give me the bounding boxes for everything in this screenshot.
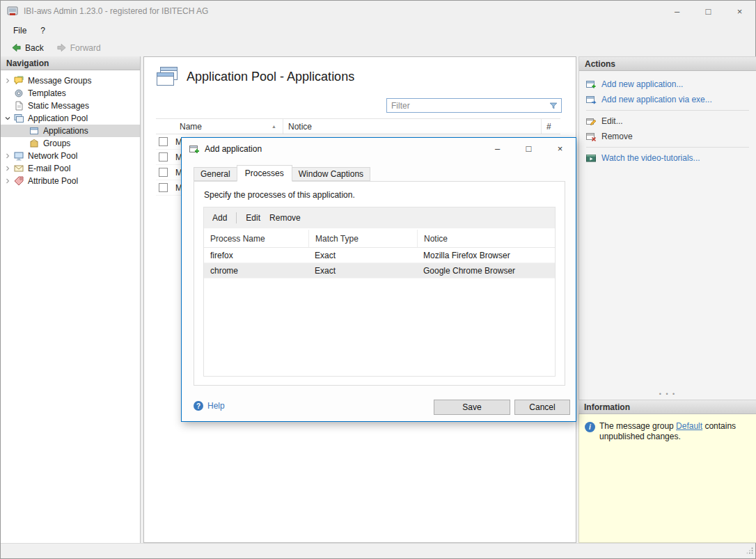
column-header-name[interactable]: Name ▲ xyxy=(175,119,283,134)
tree-item-application-pool[interactable]: Application Pool xyxy=(1,112,140,125)
close-button[interactable]: × xyxy=(724,1,755,22)
sort-ascending-icon: ▲ xyxy=(271,124,276,129)
filter-field xyxy=(386,98,562,113)
process-add-button[interactable]: Add xyxy=(212,213,227,223)
tree-item-templates[interactable]: Templates xyxy=(1,87,140,100)
static-messages-icon xyxy=(13,100,24,111)
actions-separator xyxy=(586,110,749,111)
dialog-controls: – □ × xyxy=(482,138,576,159)
info-text-before: The message group xyxy=(599,421,676,431)
column-header-match-type[interactable]: Match Type xyxy=(308,230,417,247)
tree-item-applications[interactable]: Applications xyxy=(1,125,140,137)
applications-page-icon xyxy=(155,66,179,87)
tree-label: Message Groups xyxy=(28,76,91,86)
status-bar xyxy=(1,543,755,558)
back-label: Back xyxy=(25,43,44,53)
action-label: Remove xyxy=(601,132,633,141)
action-add-application-via-exe[interactable]: Add new application via exe... xyxy=(579,92,756,107)
add-application-exe-icon xyxy=(585,94,597,105)
header-checkbox-column xyxy=(156,119,175,134)
tree-label: Applications xyxy=(43,126,88,136)
window-title: IBI-aws Admin 1.23.0 - registered for IB… xyxy=(24,6,208,16)
information-message: The message group Default contains unpub… xyxy=(599,421,744,442)
action-add-new-application[interactable]: Add new application... xyxy=(579,77,756,92)
applications-table-header: Name ▲ Notice # xyxy=(156,118,560,134)
tree-item-groups[interactable]: Groups xyxy=(1,137,140,150)
row-checkbox[interactable] xyxy=(159,137,168,146)
process-remove-button[interactable]: Remove xyxy=(269,213,301,223)
resize-grip-icon[interactable] xyxy=(746,546,753,556)
tree-label: Application Pool xyxy=(28,113,88,123)
tree-item-email-pool[interactable]: E-mail Pool xyxy=(1,162,140,175)
templates-icon xyxy=(13,88,24,99)
nav-toolbar: Back Forward xyxy=(1,39,755,56)
column-header-process-name[interactable]: Process Name xyxy=(204,230,308,247)
help-link[interactable]: ? Help xyxy=(194,401,225,411)
process-row-chrome[interactable]: chrome Exact Google Chrome Browser xyxy=(204,263,555,278)
filter-funnel-icon[interactable] xyxy=(549,101,558,111)
edit-icon xyxy=(585,116,597,127)
tree-item-message-groups[interactable]: Message Groups xyxy=(1,74,140,87)
back-button[interactable]: Back xyxy=(5,41,50,54)
dialog-close-button[interactable]: × xyxy=(544,138,576,159)
dialog-maximize-button[interactable]: □ xyxy=(513,138,544,159)
row-checkbox[interactable] xyxy=(159,168,168,177)
processes-tab-panel: Specify the processes of this applicatio… xyxy=(194,181,565,386)
process-row-firefox[interactable]: firefox Exact Mozilla Firefox Browser xyxy=(204,248,555,263)
action-watch-video-tutorials[interactable]: Watch the video-tutorials... xyxy=(579,150,756,166)
processes-group: Add Edit Remove Process Name Match Type … xyxy=(203,207,556,377)
column-label-process-name: Process Name xyxy=(210,234,265,244)
save-button[interactable]: Save xyxy=(434,400,510,415)
right-column: Actions Add new application... Add new a… xyxy=(578,56,756,543)
column-header-notice[interactable]: Notice xyxy=(417,230,555,247)
expander-spacer xyxy=(2,88,13,99)
default-group-link[interactable]: Default xyxy=(676,421,702,431)
dialog-tabs: General Processes Window Captions xyxy=(194,167,370,182)
chevron-down-icon[interactable] xyxy=(2,113,13,124)
tab-general[interactable]: General xyxy=(194,167,237,181)
dialog-minimize-button[interactable]: – xyxy=(482,138,513,159)
column-label-count: # xyxy=(546,122,551,132)
column-header-notice[interactable]: Notice xyxy=(283,119,542,134)
column-header-count[interactable]: # xyxy=(542,119,560,134)
chevron-right-icon[interactable] xyxy=(2,150,13,162)
minimize-button[interactable]: – xyxy=(661,1,693,22)
app-window: IBI-aws Admin 1.23.0 - registered for IB… xyxy=(0,0,756,559)
tree-item-network-pool[interactable]: Network Pool xyxy=(1,150,140,162)
expander-spacer xyxy=(17,125,29,136)
action-remove[interactable]: Remove xyxy=(579,129,756,144)
tree-item-attribute-pool[interactable]: Attribute Pool xyxy=(1,175,140,187)
action-edit[interactable]: Edit... xyxy=(579,113,756,129)
row-checkbox[interactable] xyxy=(159,183,168,192)
chevron-right-icon[interactable] xyxy=(2,163,13,174)
chevron-right-icon[interactable] xyxy=(2,75,13,86)
chevron-right-icon[interactable] xyxy=(2,175,13,187)
applications-icon xyxy=(29,125,40,136)
menu-file[interactable]: File xyxy=(6,24,33,38)
info-icon: i xyxy=(585,422,595,432)
tab-processes[interactable]: Processes xyxy=(237,165,292,182)
cancel-button[interactable]: Cancel xyxy=(514,400,570,415)
processes-description: Specify the processes of this applicatio… xyxy=(204,190,355,200)
menu-bar: File ? xyxy=(1,22,755,39)
match-type-cell: Exact xyxy=(308,266,417,276)
tab-window-captions[interactable]: Window Captions xyxy=(292,167,370,181)
filter-input[interactable] xyxy=(391,101,549,111)
forward-arrow-icon xyxy=(56,42,67,53)
row-checkbox[interactable] xyxy=(159,152,168,162)
process-name-cell: firefox xyxy=(204,251,308,260)
video-tutorials-icon xyxy=(585,152,597,164)
match-type-cell: Exact xyxy=(308,251,417,260)
title-bar: IBI-aws Admin 1.23.0 - registered for IB… xyxy=(1,1,755,22)
menu-help[interactable]: ? xyxy=(33,24,52,38)
process-edit-button[interactable]: Edit xyxy=(246,213,260,223)
processes-toolbar: Add Edit Remove xyxy=(204,207,555,228)
tree-item-static-messages[interactable]: Static Messages xyxy=(1,100,140,112)
forward-button[interactable]: Forward xyxy=(50,41,107,54)
panel-splitter[interactable]: • • • xyxy=(579,391,756,397)
notice-cell: Mozilla Firefox Browser xyxy=(417,251,555,260)
expander-spacer xyxy=(2,100,13,111)
tree-label: Network Pool xyxy=(28,151,77,161)
tree-label: Attribute Pool xyxy=(28,176,78,186)
maximize-button[interactable]: □ xyxy=(693,1,724,22)
